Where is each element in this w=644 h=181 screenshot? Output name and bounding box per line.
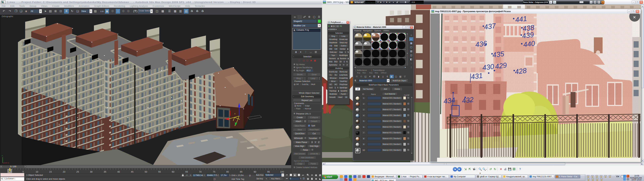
svg-text:70: 70 [199,170,202,173]
svg-text:90: 90 [254,170,256,173]
svg-text:20: 20 [63,170,66,173]
svg-text:✕: ✕ [633,15,636,20]
svg-text:60: 60 [172,170,174,173]
svg-text:X: X [8,162,9,164]
svg-text:65: 65 [185,170,188,173]
svg-text:439: 439 [522,31,534,40]
svg-text:35: 35 [104,170,106,173]
svg-text:75: 75 [213,170,215,173]
svg-text:441: 441 [515,14,527,24]
svg-text:435: 435 [492,50,505,59]
svg-text:x: x [234,112,236,115]
svg-text:y: y [234,124,236,126]
svg-text:5: 5 [22,170,24,173]
svg-text:85: 85 [240,170,242,173]
svg-text:Y: Y [2,155,3,157]
svg-text:Orthographic: Orthographic [2,15,13,18]
svg-text:80: 80 [226,170,229,173]
svg-text:440: 440 [523,40,536,48]
svg-text:437: 437 [484,22,496,31]
svg-text:432: 432 [461,96,474,105]
svg-text:100: 100 [280,170,284,173]
svg-text:434: 434 [443,96,456,105]
svg-text:95: 95 [267,170,270,173]
svg-text:50: 50 [144,170,147,173]
svg-text:40: 40 [117,170,120,173]
svg-text:429: 429 [494,61,507,70]
svg-text:30: 30 [90,170,92,173]
svg-text:430: 430 [482,62,494,72]
svg-text:431: 431 [470,72,483,81]
svg-text:10: 10 [36,170,38,173]
svg-text:15: 15 [49,170,52,173]
svg-text:428: 428 [514,66,527,76]
svg-text:25: 25 [76,170,79,173]
svg-text:45: 45 [131,170,134,173]
svg-text:55: 55 [158,170,161,173]
